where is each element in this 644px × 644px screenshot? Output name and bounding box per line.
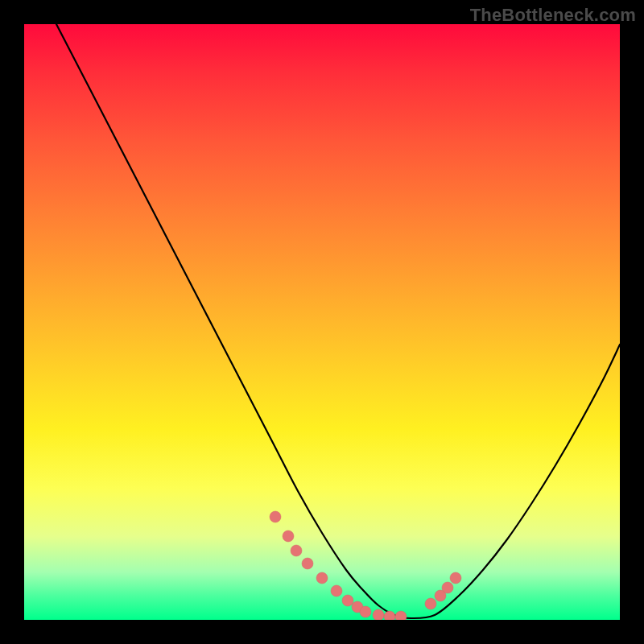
marker-point [384,611,395,620]
marker-point [360,606,371,617]
marker-point [395,611,407,620]
marker-point [442,582,453,593]
bottleneck-curve [56,24,620,618]
marker-point [425,598,436,609]
marker-point [302,558,313,569]
marker-point [291,545,302,556]
marker-point [342,595,353,606]
chart-svg [24,24,620,620]
plot-area [24,24,620,620]
chart-frame: TheBottleneck.com [0,0,644,644]
marker-point [270,511,281,522]
marker-point [316,572,328,584]
marker-point [450,572,461,584]
marker-group [270,511,461,620]
marker-point [283,530,294,542]
marker-point [331,585,342,597]
marker-point [373,609,384,620]
watermark-text: TheBottleneck.com [470,5,636,26]
